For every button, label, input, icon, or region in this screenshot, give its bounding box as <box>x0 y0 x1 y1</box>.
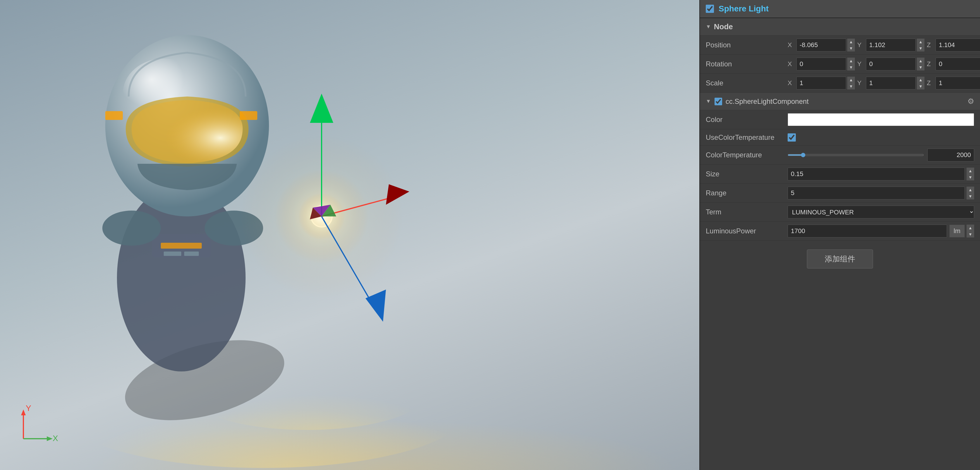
color-temperature-value[interactable] <box>928 148 974 161</box>
luminous-power-spinner: ▲ ▼ <box>967 225 974 237</box>
position-x-input[interactable] <box>796 38 846 51</box>
position-y-down[interactable]: ▼ <box>917 45 924 51</box>
svg-rect-13 <box>184 252 199 256</box>
rotation-y-label: Y <box>857 60 864 68</box>
use-color-temperature-row: UseColorTemperature <box>700 129 980 146</box>
luminous-power-row: LuminousPower lm ▲ ▼ <box>700 222 980 241</box>
rotation-y-input[interactable] <box>866 57 916 70</box>
range-row: Range ▲ ▼ <box>700 184 980 203</box>
position-y-up[interactable]: ▲ <box>917 38 924 45</box>
term-select[interactable]: LUMINOUS_POWER LUMINANCE <box>788 206 974 218</box>
range-label: Range <box>706 189 788 197</box>
luminous-power-input[interactable] <box>788 225 947 237</box>
rotation-x-up[interactable]: ▲ <box>847 57 855 64</box>
position-y-label: Y <box>857 41 864 49</box>
svg-text:Y: Y <box>26 404 31 413</box>
scale-x-up[interactable]: ▲ <box>847 76 855 83</box>
rotation-values: X ▲ ▼ Y ▲ ▼ Z ▲ ▼ <box>788 57 980 70</box>
rotation-x-input[interactable] <box>796 57 846 70</box>
scale-row: Scale X ▲ ▼ Y ▲ ▼ Z <box>700 74 980 93</box>
rotation-z-group: Z ▲ ▼ <box>927 57 980 70</box>
gear-icon[interactable]: ⚙ <box>967 97 974 106</box>
node-section-header[interactable]: ▼ Node <box>700 18 980 36</box>
svg-marker-33 <box>47 437 52 441</box>
svg-text:X: X <box>52 434 58 443</box>
color-temperature-slider[interactable] <box>788 154 924 156</box>
scale-x-group: X ▲ ▼ <box>788 76 855 89</box>
svg-marker-24 <box>366 290 386 322</box>
position-x-group: X ▲ ▼ <box>788 38 855 51</box>
scale-y-down[interactable]: ▼ <box>917 83 924 89</box>
position-z-group: Z ▲ ▼ <box>927 38 980 51</box>
svg-point-4 <box>102 210 161 246</box>
term-label: Term <box>706 208 788 216</box>
scale-y-up[interactable]: ▲ <box>917 76 924 83</box>
use-color-temperature-checkbox[interactable] <box>788 133 796 142</box>
scale-z-input[interactable] <box>935 76 980 89</box>
rotation-y-up[interactable]: ▲ <box>917 57 924 64</box>
svg-marker-30 <box>21 409 26 415</box>
properties-panel: Sphere Light ▼ Node Position X ▲ ▼ Y ▲ ▼ <box>699 0 980 470</box>
component-title: cc.SphereLightComponent <box>725 97 964 105</box>
range-up[interactable]: ▲ <box>967 186 974 193</box>
rotation-z-label: Z <box>927 60 934 68</box>
viewport[interactable]: Y X <box>0 0 699 470</box>
position-y-spinner: ▲ ▼ <box>917 38 924 51</box>
position-y-input[interactable] <box>866 38 916 51</box>
size-input[interactable] <box>788 167 965 180</box>
scale-x-input[interactable] <box>796 76 846 89</box>
svg-rect-9 <box>105 111 123 120</box>
size-down[interactable]: ▼ <box>967 174 974 180</box>
size-values: ▲ ▼ <box>788 167 974 180</box>
scale-values: X ▲ ▼ Y ▲ ▼ Z ▲ ▼ <box>788 76 980 89</box>
svg-rect-12 <box>164 252 181 256</box>
rotation-x-down[interactable]: ▼ <box>847 64 855 70</box>
range-values: ▲ ▼ <box>788 186 974 199</box>
position-label: Position <box>706 41 788 49</box>
range-down[interactable]: ▼ <box>967 193 974 199</box>
panel-enable-checkbox[interactable] <box>706 5 714 13</box>
range-input[interactable] <box>788 186 965 199</box>
scale-y-group: Y ▲ ▼ <box>857 76 924 89</box>
color-picker[interactable] <box>788 113 974 126</box>
rotation-x-group: X ▲ ▼ <box>788 57 855 70</box>
rotation-y-spinner: ▲ ▼ <box>917 57 924 70</box>
use-color-temperature-values <box>788 133 974 142</box>
use-color-temperature-label: UseColorTemperature <box>706 133 788 142</box>
component-section-arrow: ▼ <box>706 98 711 104</box>
scale-y-spinner: ▲ ▼ <box>917 76 924 89</box>
color-row: Color <box>700 110 980 129</box>
rotation-x-label: X <box>788 60 795 68</box>
rotation-x-spinner: ▲ ▼ <box>847 57 855 70</box>
luminous-power-suffix: lm <box>949 225 965 237</box>
luminous-power-up[interactable]: ▲ <box>967 225 974 231</box>
scale-label: Scale <box>706 79 788 87</box>
scale-x-down[interactable]: ▼ <box>847 83 855 89</box>
position-row: Position X ▲ ▼ Y ▲ ▼ Z <box>700 36 980 55</box>
position-x-down[interactable]: ▼ <box>847 45 855 51</box>
luminous-power-values: lm ▲ ▼ <box>788 225 974 237</box>
size-up[interactable]: ▲ <box>967 167 974 174</box>
component-enable-checkbox[interactable] <box>714 98 722 105</box>
svg-rect-11 <box>161 243 202 249</box>
position-y-group: Y ▲ ▼ <box>857 38 924 51</box>
rotation-y-down[interactable]: ▼ <box>917 64 924 70</box>
add-component-button[interactable]: 添加组件 <box>807 250 873 268</box>
term-row: Term LUMINOUS_POWER LUMINANCE <box>700 203 980 222</box>
scale-y-input[interactable] <box>866 76 916 89</box>
scale-x-label: X <box>788 79 795 87</box>
node-section-title: Node <box>714 22 733 31</box>
luminous-power-down[interactable]: ▼ <box>967 231 974 237</box>
position-x-up[interactable]: ▲ <box>847 38 855 45</box>
position-z-input[interactable] <box>935 38 980 51</box>
rotation-label: Rotation <box>706 60 788 68</box>
color-temperature-slider-container <box>788 148 974 161</box>
scale-y-label: Y <box>857 79 864 87</box>
color-label: Color <box>706 116 788 124</box>
rotation-z-input[interactable] <box>935 57 980 70</box>
svg-point-28 <box>190 360 424 430</box>
color-temperature-label: ColorTemperature <box>706 151 788 159</box>
scale-x-spinner: ▲ ▼ <box>847 76 855 89</box>
position-x-label: X <box>788 41 795 49</box>
position-values: X ▲ ▼ Y ▲ ▼ Z ▲ ▼ <box>788 38 980 51</box>
